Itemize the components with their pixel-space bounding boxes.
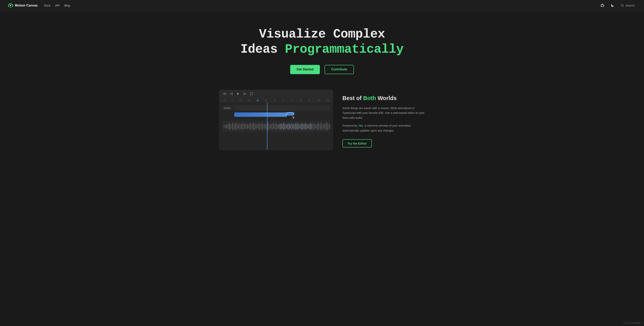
waveform-bar	[228, 124, 229, 129]
waveform-bar	[247, 124, 248, 129]
editor-panel: -10 0 10 30 35 40 50 60 70 80 90 100 110…	[219, 90, 333, 150]
waveform-bar	[303, 124, 304, 129]
waveform-bar	[274, 124, 275, 129]
waveform-bar	[276, 123, 277, 129]
nav-api[interactable]: API	[55, 4, 60, 7]
waveform-bar	[272, 123, 273, 130]
theme-toggle-button[interactable]	[609, 2, 616, 9]
waveform-bar	[266, 123, 266, 130]
waveform-bar	[272, 123, 272, 129]
waveform-bar	[314, 123, 314, 129]
volume-icon[interactable]	[223, 92, 226, 96]
waveform-bar	[289, 123, 290, 130]
waveform-bar	[324, 124, 324, 129]
waveform-bar	[328, 123, 328, 130]
ruler-marks: -10 0 10 30 35 40 50 60 70 80 90 100 110	[222, 99, 330, 101]
waveform-bar	[291, 123, 292, 130]
waveform-bar	[231, 124, 232, 128]
waveform-bar	[308, 125, 308, 128]
ruler-mark: 50	[274, 99, 276, 101]
ruler-mark: 60	[282, 99, 284, 101]
github-button[interactable]	[599, 2, 606, 9]
waveform-bar	[292, 124, 293, 129]
navbar-right: Search	[599, 2, 636, 9]
waveform-bar	[310, 124, 310, 129]
hero-title-accent: Programmatically	[285, 42, 404, 56]
info-heading-end: Worlds	[376, 95, 396, 101]
svg-marker-6	[244, 93, 246, 95]
svg-point-1	[621, 4, 624, 7]
info-paragraph-1: Some things are easier with a mouse. Wri…	[342, 106, 425, 120]
waveform-bar	[313, 122, 313, 130]
waveform-bar	[309, 123, 310, 130]
waveform-bar	[232, 123, 233, 130]
waveform-bar	[312, 124, 312, 128]
waveform-bar	[305, 123, 306, 130]
hero-title: Visualize Complex Ideas Programmatically	[240, 27, 404, 57]
waveform-bar	[249, 123, 250, 129]
play-icon[interactable]	[236, 92, 240, 96]
hero-buttons: Get Started Contribute	[290, 65, 354, 74]
waveform-bar	[254, 122, 254, 130]
nav-blog[interactable]: Blog	[64, 4, 70, 7]
ruler-mark: 110	[326, 99, 330, 101]
ruler-mark: 90	[308, 99, 310, 101]
waveform-bar	[253, 123, 254, 130]
waveform-bar	[233, 123, 234, 130]
contribute-button[interactable]: Contribute	[324, 65, 354, 74]
get-started-button[interactable]: Get Started	[290, 65, 320, 74]
waveform-bar	[324, 123, 325, 130]
hero-title-line1: Visualize Complex	[240, 27, 404, 42]
waveform-bar	[268, 123, 269, 130]
waveform-bar	[295, 123, 296, 130]
ruler-mark: 40	[265, 99, 267, 101]
waveform-bar	[302, 123, 302, 130]
skip-forward-icon[interactable]	[243, 92, 246, 96]
cursor-icon: 🖱	[292, 116, 295, 119]
waveform-bar	[250, 123, 250, 130]
waveform-bar	[224, 125, 225, 128]
waveform-bar	[320, 124, 320, 129]
waveform-bar	[270, 124, 271, 129]
vite-link[interactable]: Vite	[358, 124, 363, 127]
nav-links: Docs API Blog	[44, 4, 70, 7]
navbar: Motion Canvas Docs API Blog Search	[0, 0, 644, 11]
waveform-bar	[297, 122, 298, 130]
waveform-bar	[286, 125, 287, 128]
info-heading: Best of Both Worlds	[342, 95, 425, 102]
waveform-bar	[246, 123, 246, 130]
waveform-bar	[283, 122, 284, 130]
ruler-mark: 80	[300, 99, 302, 101]
ruler-mark-active: 35	[256, 99, 258, 101]
waveform-bar	[261, 124, 261, 128]
waveform-bar	[260, 123, 260, 130]
waveform-bar	[245, 124, 246, 128]
timeline-ruler: -10 0 10 30 35 40 50 60 70 80 90 100 110	[219, 98, 333, 103]
waveform-bar	[293, 123, 294, 129]
ruler-mark: 100	[317, 99, 320, 101]
event-badge: event	[286, 112, 294, 115]
svg-marker-3	[231, 93, 233, 95]
ruler-mark: 70	[291, 99, 293, 101]
waveform-bar	[227, 123, 228, 129]
waveform-bar	[321, 123, 321, 130]
skip-back-icon[interactable]	[230, 92, 233, 96]
editor-toolbar	[219, 90, 333, 98]
waveform-bar	[326, 122, 327, 130]
waveform-bar	[319, 123, 319, 130]
try-editor-button[interactable]: Try the Editor	[342, 139, 372, 147]
waveform-bar	[304, 124, 304, 129]
loop-icon[interactable]	[250, 92, 253, 96]
waveform-bar	[264, 123, 264, 129]
github-icon	[600, 4, 604, 8]
logo-group[interactable]: Motion Canvas	[8, 3, 38, 8]
hero-title-line2: Ideas Programmatically	[240, 42, 404, 57]
waveform-bar	[316, 125, 316, 128]
waveform-bar	[326, 124, 326, 129]
nav-docs[interactable]: Docs	[44, 4, 50, 7]
waveform-bar	[244, 124, 245, 129]
search-button[interactable]: Search	[619, 3, 636, 8]
waveform-bar	[281, 123, 282, 130]
waveform-bar	[311, 123, 312, 130]
ruler-mark: 0	[232, 99, 233, 101]
